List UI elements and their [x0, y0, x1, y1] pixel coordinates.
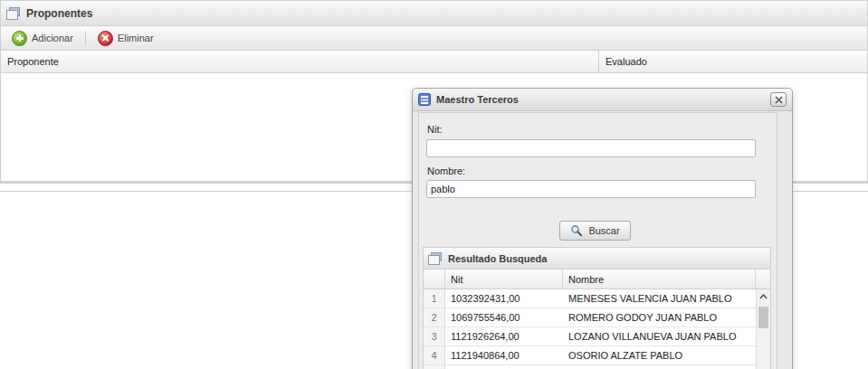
- scroll-up-icon[interactable]: [757, 289, 770, 304]
- results-scrollbar[interactable]: [756, 289, 770, 369]
- dialog-body: Nit: Nombre: Buscar Resultado Busqueda N…: [418, 112, 777, 369]
- close-icon[interactable]: [770, 92, 787, 107]
- column-header-nombre[interactable]: Nombre: [563, 270, 756, 289]
- scrollbar-thumb[interactable]: [758, 307, 768, 328]
- toolbar-separator: [85, 31, 86, 45]
- row-number: 1: [424, 289, 445, 308]
- proponentes-grid-header: Proponente Evaluado: [1, 51, 867, 73]
- dialog-header[interactable]: Maestro Terceros: [413, 89, 792, 111]
- column-header-rownum: [424, 270, 445, 289]
- cell-nombre: ROMERO GODOY JUAN PABLO: [563, 308, 770, 326]
- results-window-icon: [428, 252, 443, 265]
- dialog-form-icon: [418, 93, 431, 106]
- cell-nit: 1121940864,00: [445, 346, 563, 364]
- dialog-title: Maestro Terceros: [436, 94, 765, 105]
- buscar-button[interactable]: Buscar: [559, 221, 631, 241]
- cell-nit: 1121926264,00: [445, 327, 563, 345]
- panel-window-icon: [6, 7, 21, 20]
- row-number: 2: [424, 308, 445, 326]
- delete-x-icon: [98, 31, 113, 46]
- column-header-evaluado[interactable]: Evaluado: [599, 51, 867, 72]
- table-row[interactable]: [424, 365, 770, 369]
- search-icon: [570, 224, 583, 237]
- column-header-spacer: [756, 270, 770, 289]
- results-grid-body: 1 1032392431,00 MENESES VALENCIA JUAN PA…: [424, 289, 770, 369]
- proponentes-toolbar: Adicionar Eliminar: [1, 26, 867, 51]
- cell-nombre: MENESES VALENCIA JUAN PABLO: [563, 289, 770, 308]
- close-x-glyph: [775, 96, 783, 104]
- table-row[interactable]: 4 1121940864,00 OSORIO ALZATE PABLO: [424, 346, 770, 365]
- cell-nit: 1069755546,00: [445, 308, 563, 326]
- cell-nit: 1032392431,00: [445, 289, 563, 308]
- proponentes-panel-header: Proponentes: [1, 1, 867, 26]
- column-header-nit[interactable]: Nit: [445, 270, 563, 289]
- adicionar-button-label: Adicionar: [32, 33, 73, 43]
- chevron-up-icon: [759, 294, 768, 299]
- table-row[interactable]: 2 1069755546,00 ROMERO GODOY JUAN PABLO: [424, 308, 770, 327]
- row-number: [424, 365, 445, 369]
- nombre-label: Nombre:: [427, 166, 465, 176]
- results-grid-header: Nit Nombre: [424, 270, 770, 289]
- add-plus-icon: [12, 31, 27, 46]
- nit-label: Nit:: [427, 124, 443, 135]
- cell-nombre: LOZANO VILLANUEVA JUAN PABLO: [563, 327, 770, 345]
- table-row[interactable]: 3 1121926264,00 LOZANO VILLANUEVA JUAN P…: [424, 327, 770, 346]
- row-number: 4: [424, 346, 445, 364]
- resultado-busqueda-panel: Resultado Busqueda Nit Nombre 1 10323924…: [423, 247, 771, 369]
- cell-nombre: OSORIO ALZATE PABLO: [563, 346, 770, 364]
- maestro-terceros-dialog: Maestro Terceros Nit: Nombre: Buscar Res…: [412, 88, 793, 369]
- table-row[interactable]: 1 1032392431,00 MENESES VALENCIA JUAN PA…: [424, 289, 770, 308]
- results-panel-title: Resultado Busqueda: [448, 253, 547, 264]
- column-header-proponente[interactable]: Proponente: [1, 51, 599, 72]
- cell-nombre: [563, 365, 770, 369]
- nombre-input[interactable]: [426, 180, 756, 198]
- eliminar-button-label: Eliminar: [118, 33, 154, 43]
- proponentes-panel-title: Proponentes: [26, 7, 92, 20]
- eliminar-button[interactable]: Eliminar: [92, 28, 159, 49]
- row-number: 3: [424, 327, 445, 345]
- buscar-button-label: Buscar: [588, 225, 619, 236]
- adicionar-button[interactable]: Adicionar: [6, 28, 79, 49]
- cell-nit: [445, 365, 563, 369]
- nit-input[interactable]: [426, 139, 756, 157]
- results-panel-header: Resultado Busqueda: [424, 248, 770, 270]
